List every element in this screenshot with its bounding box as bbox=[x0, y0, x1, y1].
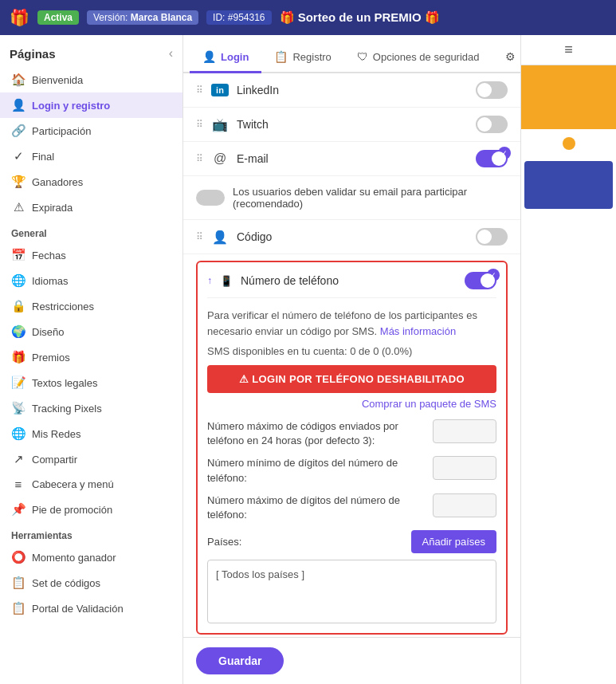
sidebar-item-final[interactable]: ✓ Final bbox=[0, 143, 182, 169]
sidebar-item-label: Set de códigos bbox=[32, 577, 100, 589]
sidebar-item-fechas[interactable]: 📅 Fechas bbox=[0, 242, 182, 268]
tab-login-label: Login bbox=[221, 51, 249, 63]
topbar-title: 🎁 Sorteo de un PREMIO 🎁 bbox=[280, 10, 607, 25]
topbar-icon: 🎁 bbox=[10, 8, 29, 27]
sidebar-item-cabecera[interactable]: ≡ Cabecera y menú bbox=[0, 472, 182, 497]
drag-handle-icon[interactable]: ⠿ bbox=[196, 119, 203, 130]
calendar-icon: 📅 bbox=[11, 248, 26, 262]
codigo-toggle[interactable] bbox=[476, 228, 508, 246]
sidebar-item-label: Tracking Pixels bbox=[32, 403, 102, 415]
sidebar-item-label: Textos legales bbox=[32, 377, 97, 389]
max-digits-row: Número máximo de dígitos del número de t… bbox=[207, 493, 496, 522]
phone-drag-handle[interactable]: ↑ bbox=[207, 275, 212, 286]
email-toggle[interactable]: ✓ bbox=[476, 150, 508, 167]
sidebar-item-label: Cabecera y menú bbox=[32, 478, 114, 490]
sidebar-item-set-codigos[interactable]: 📋 Set de códigos bbox=[0, 570, 182, 596]
tabs-bar: 👤 Login 📋 Registro 🛡 Opciones de segurid… bbox=[183, 35, 520, 73]
link-icon: 🔗 bbox=[11, 124, 26, 138]
sidebar-item-idiomas[interactable]: 🌐 Idiomas bbox=[0, 268, 182, 293]
phone-toggle[interactable]: ✓ bbox=[465, 272, 496, 289]
toggle-check-icon: ✓ bbox=[498, 147, 511, 159]
min-digits-row: Número mínimo de dígitos del número de t… bbox=[207, 456, 496, 485]
sidebar-item-label: Expirada bbox=[32, 202, 73, 214]
countries-row: Países: Añadir países bbox=[207, 530, 496, 553]
drag-handle-icon[interactable]: ⠿ bbox=[196, 231, 203, 242]
content-scroll: ⠿ in LinkedIn ⠿ 📺 Twitch ⠿ @ E-mail bbox=[183, 73, 520, 637]
sidebar-item-momento-ganador[interactable]: ⭕ Momento ganador bbox=[0, 544, 182, 570]
buy-sms-link[interactable]: Comprar un paquete de SMS bbox=[207, 398, 496, 410]
tab-seguridad[interactable]: 🛡 Opciones de seguridad bbox=[344, 42, 492, 73]
sidebar-item-tracking-pixels[interactable]: 📡 Tracking Pixels bbox=[0, 395, 182, 421]
max-digits-input[interactable] bbox=[433, 493, 496, 517]
sidebar-header-title: Páginas bbox=[10, 47, 56, 61]
mas-info-link[interactable]: Más información bbox=[380, 325, 456, 337]
language-icon: 🌐 bbox=[11, 273, 26, 288]
codigo-icon: 👤 bbox=[211, 230, 229, 245]
validation-text: Los usuarios deben validar su email para… bbox=[233, 186, 508, 210]
sidebar-item-expirada[interactable]: ⚠ Expirada bbox=[0, 195, 182, 220]
tab-seguridad-label: Opciones de seguridad bbox=[373, 51, 480, 63]
twitch-toggle[interactable] bbox=[476, 116, 508, 133]
sidebar-item-label: Portal de Validación bbox=[32, 603, 124, 615]
linkedin-label: LinkedIn bbox=[237, 84, 468, 96]
sidebar-item-compartir[interactable]: ↗ Compartir bbox=[0, 446, 182, 472]
general-section-label: General bbox=[0, 220, 182, 242]
sidebar-item-ganadores[interactable]: 🏆 Ganadores bbox=[0, 169, 182, 195]
min-digits-input[interactable] bbox=[433, 456, 496, 480]
sidebar: Páginas ‹ 🏠 Bienvenida 👤 Login y registr… bbox=[0, 35, 183, 684]
sidebar-item-premios[interactable]: 🎁 Premios bbox=[0, 344, 182, 370]
topbar: 🎁 Activa Versión: Marca Blanca ID: #9543… bbox=[0, 0, 616, 35]
sidebar-collapse-button[interactable]: ‹ bbox=[169, 46, 173, 61]
drag-handle-icon[interactable]: ⠿ bbox=[196, 153, 203, 164]
max-codes-input[interactable] bbox=[433, 419, 496, 443]
add-countries-button[interactable]: Añadir países bbox=[411, 530, 497, 553]
user-icon: 👤 bbox=[11, 98, 26, 112]
phone-toggle-wrap: ✓ bbox=[465, 272, 496, 289]
sidebar-item-label: Ganadores bbox=[32, 176, 83, 188]
sms-available: SMS disponibles en tu cuenta: 0 de 0 (0.… bbox=[207, 345, 496, 357]
phone-label: Número de teléfono bbox=[241, 274, 457, 287]
sidebar-item-diseno[interactable]: 🌍 Diseño bbox=[0, 319, 182, 344]
codigo-row: ⠿ 👤 Código bbox=[183, 220, 520, 254]
sidebar-item-label: Fechas bbox=[32, 250, 66, 261]
sidebar-item-textos-legales[interactable]: 📝 Textos legales bbox=[0, 370, 182, 395]
sidebar-item-portal-validacion[interactable]: 📋 Portal de Validación bbox=[0, 596, 182, 621]
sidebar-item-label: Login y registro bbox=[32, 100, 110, 112]
badge-id: ID: #954316 bbox=[206, 10, 271, 25]
codigo-label: Código bbox=[237, 230, 468, 243]
countries-box[interactable]: [ Todos los países ] bbox=[207, 560, 496, 623]
sidebar-item-label: Premios bbox=[32, 352, 70, 364]
phone-disabled-button[interactable]: ⚠ LOGIN POR TELÉFONO DESHABILITADO bbox=[207, 365, 496, 393]
menu-icon: ≡ bbox=[11, 478, 26, 491]
phone-section: ↑ 📱 Número de teléfono ✓ Para verif bbox=[196, 261, 508, 635]
sidebar-item-label: Compartir bbox=[32, 454, 77, 466]
tab-registro-label: Registro bbox=[292, 51, 331, 63]
sidebar-item-pie[interactable]: 📌 Pie de promoción bbox=[0, 497, 182, 522]
badge-active: Activa bbox=[37, 10, 79, 25]
sidebar-item-restricciones[interactable]: 🔒 Restricciones bbox=[0, 293, 182, 319]
right-panel-dot bbox=[563, 137, 575, 150]
tab-login[interactable]: 👤 Login bbox=[190, 42, 261, 73]
validation-toggle[interactable] bbox=[196, 190, 225, 206]
tab-otros[interactable]: ⚙ Otros bbox=[492, 42, 520, 73]
drag-handle-icon[interactable]: ⠿ bbox=[196, 85, 203, 96]
twitch-icon: 📺 bbox=[211, 117, 229, 132]
home-icon: 🏠 bbox=[11, 73, 26, 87]
sidebar-item-bienvenida[interactable]: 🏠 Bienvenida bbox=[0, 67, 182, 92]
trophy-icon: 🏆 bbox=[11, 175, 26, 189]
content-area: 👤 Login 📋 Registro 🛡 Opciones de segurid… bbox=[183, 35, 520, 684]
right-panel-header: ≡ bbox=[521, 35, 616, 65]
email-icon: @ bbox=[211, 151, 229, 166]
linkedin-toggle[interactable] bbox=[476, 81, 508, 99]
sidebar-item-label: Final bbox=[32, 151, 54, 163]
sidebar-item-label: Momento ganador bbox=[32, 552, 116, 564]
save-button[interactable]: Guardar bbox=[196, 647, 284, 674]
sidebar-item-mis-redes[interactable]: 🌐 Mis Redes bbox=[0, 421, 182, 446]
tab-registro[interactable]: 📋 Registro bbox=[261, 42, 343, 73]
validation-row: Los usuarios deben validar su email para… bbox=[183, 176, 520, 220]
phone-description: Para verificar el número de teléfono de … bbox=[207, 308, 496, 339]
sidebar-item-login-registro[interactable]: 👤 Login y registro bbox=[0, 92, 182, 118]
max-digits-label: Número máximo de dígitos del número de t… bbox=[207, 493, 425, 522]
check-icon: ✓ bbox=[11, 149, 26, 163]
sidebar-item-participacion[interactable]: 🔗 Participación bbox=[0, 118, 182, 143]
